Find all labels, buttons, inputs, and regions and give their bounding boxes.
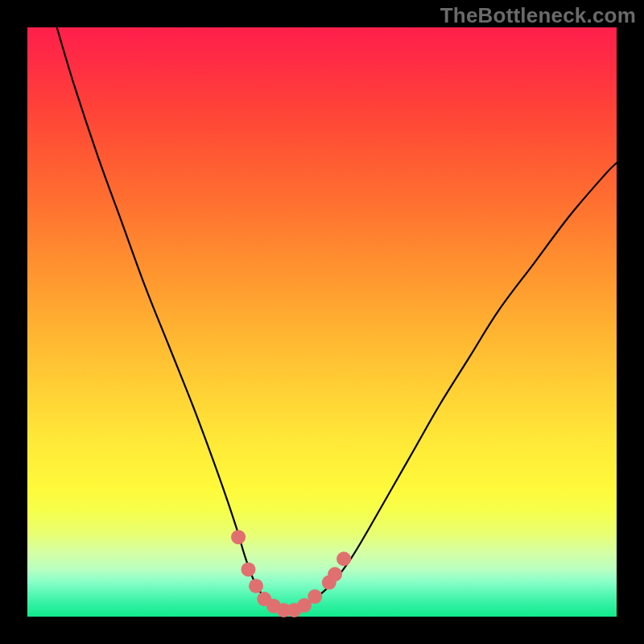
curve-marker <box>328 567 342 581</box>
curve-marker <box>242 562 256 576</box>
chart-frame: TheBottleneck.com <box>0 0 644 644</box>
curve-marker <box>231 530 246 544</box>
watermark-text: TheBottleneck.com <box>440 3 636 28</box>
bottleneck-curve <box>57 27 617 611</box>
marker-group <box>231 530 351 617</box>
curve-marker <box>336 551 351 566</box>
curve-marker <box>308 589 322 604</box>
chart-svg <box>0 0 644 644</box>
curve-marker <box>249 579 263 593</box>
